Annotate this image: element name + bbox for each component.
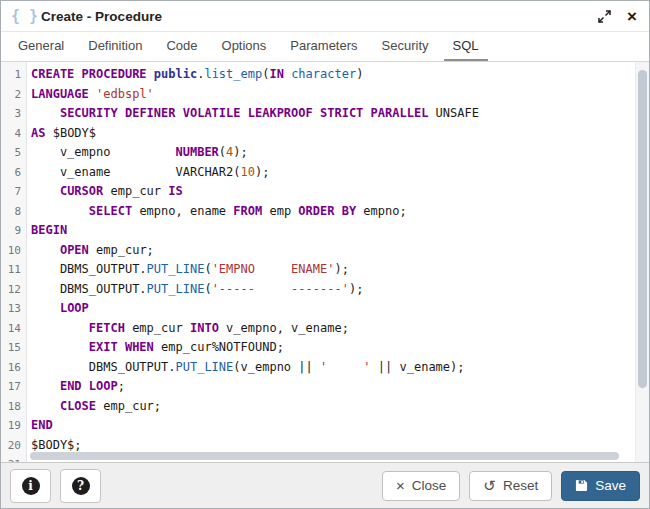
line-number: 17 <box>1 377 26 397</box>
vertical-scrollbar-thumb[interactable] <box>638 70 647 388</box>
reset-button[interactable]: ↺ Reset <box>469 471 552 501</box>
close-dialog-icon[interactable]: × <box>627 8 637 25</box>
help-button[interactable]: ? <box>60 469 101 503</box>
tab-code[interactable]: Code <box>157 32 206 61</box>
line-number-gutter: 123456789101112131415161718192021 <box>1 62 27 462</box>
help-icon: ? <box>72 477 90 495</box>
horizontal-scrollbar[interactable] <box>28 450 635 462</box>
code-line[interactable]: CREATE PROCEDURE public.list_emp(IN char… <box>31 65 649 85</box>
code-line[interactable]: EXIT WHEN emp_cur%NOTFOUND; <box>31 338 649 358</box>
tab-options[interactable]: Options <box>213 32 276 61</box>
info-icon: i <box>22 477 40 495</box>
tab-security[interactable]: Security <box>373 32 438 61</box>
save-button[interactable]: Save <box>561 471 640 501</box>
dialog-title: Create - Procedure <box>41 9 162 24</box>
line-number: 7 <box>1 182 26 202</box>
line-number: 11 <box>1 260 26 280</box>
tab-bar: GeneralDefinitionCodeOptionsParametersSe… <box>1 32 649 62</box>
line-number: 6 <box>1 163 26 183</box>
line-number: 1 <box>1 65 26 85</box>
tab-definition[interactable]: Definition <box>79 32 151 61</box>
line-number: 9 <box>1 221 26 241</box>
code-line[interactable]: FETCH emp_cur INTO v_empno, v_ename; <box>31 319 649 339</box>
line-number: 10 <box>1 241 26 261</box>
save-button-label: Save <box>595 478 626 493</box>
line-number: 12 <box>1 280 26 300</box>
vertical-scrollbar[interactable] <box>635 62 649 462</box>
horizontal-scrollbar-thumb[interactable] <box>30 452 619 460</box>
code-line[interactable]: END <box>31 416 649 436</box>
code-line[interactable]: DBMS_OUTPUT.PUT_LINE('EMPNO ENAME'); <box>31 260 649 280</box>
line-number: 3 <box>1 104 26 124</box>
code-line[interactable]: v_empno NUMBER(4); <box>31 143 649 163</box>
close-x-icon: × <box>396 478 405 493</box>
dialog-title-bar[interactable]: { } Create - Procedure × <box>1 1 649 32</box>
code-line[interactable]: SECURITY DEFINER VOLATILE LEAKPROOF STRI… <box>31 104 649 124</box>
code-line[interactable]: v_ename VARCHAR2(10); <box>31 163 649 183</box>
code-line[interactable]: END LOOP; <box>31 377 649 397</box>
code-line[interactable]: OPEN emp_cur; <box>31 241 649 261</box>
line-number: 20 <box>1 436 26 456</box>
tab-parameters[interactable]: Parameters <box>281 32 366 61</box>
sql-info-button[interactable]: i <box>10 469 51 503</box>
tab-general[interactable]: General <box>9 32 73 61</box>
code-line[interactable]: CLOSE emp_cur; <box>31 397 649 417</box>
code-line[interactable]: LANGUAGE 'edbspl' <box>31 85 649 105</box>
line-number: 5 <box>1 143 26 163</box>
procedure-brace-icon: { } <box>11 7 38 25</box>
line-number: 16 <box>1 358 26 378</box>
code-line[interactable]: DBMS_OUTPUT.PUT_LINE('----- -------'); <box>31 280 649 300</box>
code-line[interactable]: CURSOR emp_cur IS <box>31 182 649 202</box>
reset-undo-icon: ↺ <box>483 478 496 493</box>
line-number: 8 <box>1 202 26 222</box>
create-procedure-dialog: { } Create - Procedure × GeneralDefiniti… <box>0 0 650 509</box>
code-line[interactable]: DBMS_OUTPUT.PUT_LINE(v_empno || ' ' || v… <box>31 358 649 378</box>
reset-button-label: Reset <box>503 478 538 493</box>
tab-sql[interactable]: SQL <box>444 32 488 61</box>
code-line[interactable]: BEGIN <box>31 221 649 241</box>
line-number: 19 <box>1 416 26 436</box>
line-number: 21 <box>1 455 26 462</box>
line-number: 15 <box>1 338 26 358</box>
close-button[interactable]: × Close <box>382 471 460 501</box>
line-number: 4 <box>1 124 26 144</box>
close-button-label: Close <box>412 478 447 493</box>
line-number: 13 <box>1 299 26 319</box>
code-line[interactable]: LOOP <box>31 299 649 319</box>
line-number: 18 <box>1 397 26 417</box>
sql-editor[interactable]: 123456789101112131415161718192021 CREATE… <box>1 62 649 462</box>
code-lines[interactable]: CREATE PROCEDURE public.list_emp(IN char… <box>27 62 649 462</box>
expand-dialog-icon[interactable] <box>598 10 611 23</box>
dialog-footer: i ? × Close ↺ Reset Save <box>1 462 649 508</box>
save-floppy-icon <box>575 479 588 492</box>
line-number: 2 <box>1 85 26 105</box>
code-line[interactable]: SELECT empno, ename FROM emp ORDER BY em… <box>31 202 649 222</box>
code-line[interactable]: AS $BODY$ <box>31 124 649 144</box>
line-number: 14 <box>1 319 26 339</box>
